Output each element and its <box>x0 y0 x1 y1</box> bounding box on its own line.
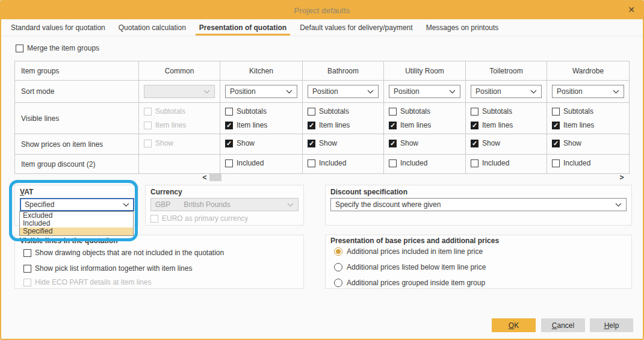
show-checkbox-bathroom[interactable]: Show <box>308 139 337 147</box>
checkbox-box <box>23 265 31 273</box>
included-checkbox-kitchen[interactable]: Included <box>225 159 264 167</box>
col-header-utility-room: Utility Room <box>384 61 466 81</box>
checkbox-box <box>225 140 233 147</box>
currency-select: GBPBritish Pounds <box>150 198 299 211</box>
checkbox-box <box>552 108 560 116</box>
show-checkbox-toiletroom[interactable]: Show <box>471 139 500 147</box>
checkbox-box <box>389 122 397 129</box>
checkbox-box <box>308 122 315 129</box>
col-header-common: Common <box>139 61 220 81</box>
vat-option-specified[interactable]: Specified <box>20 227 133 235</box>
checkbox-box <box>225 159 233 167</box>
cancel-button[interactable]: Cancel <box>541 318 585 332</box>
checkbox-box <box>308 108 315 116</box>
col-header-item-groups: Item groups <box>15 61 139 81</box>
chevron-down-icon <box>615 203 622 207</box>
tab-messages-on-printouts[interactable]: Messages on printouts <box>420 19 506 36</box>
show-checkbox-utility-room[interactable]: Show <box>389 139 418 147</box>
vat-select[interactable]: Specified <box>20 198 134 211</box>
item-lines-checkbox-wardrobe[interactable]: Item lines <box>552 121 624 129</box>
show-pick-list-checkbox[interactable]: Show pick list information together with… <box>23 264 192 273</box>
tab-presentation-of-quotation[interactable]: Presentation of quotation <box>193 19 293 36</box>
checkbox-box <box>225 108 233 116</box>
included-checkbox-wardrobe[interactable]: Included <box>552 159 590 167</box>
included-checkbox-utility-room[interactable]: Included <box>389 159 427 167</box>
checkbox-box <box>308 140 315 147</box>
currency-group: Currency GBPBritish Pounds EURO as prima… <box>145 185 304 226</box>
item-lines-checkbox-utility-room[interactable]: Item lines <box>389 121 460 129</box>
project-defaults-dialog: Project defaults ✕ Standard values for q… <box>0 0 644 340</box>
sort-mode-select-kitchen[interactable]: Position <box>225 85 297 98</box>
item-lines-checkbox-toiletroom[interactable]: Item lines <box>471 121 542 129</box>
item-lines-checkbox-bathroom[interactable]: Item lines <box>308 121 379 129</box>
merge-item-groups-checkbox[interactable]: Merge the item groups <box>16 44 99 52</box>
row-label-show-prices: Show prices on item lines <box>15 134 139 155</box>
show-checkbox-common: Show <box>144 139 173 147</box>
radio-dot <box>334 247 342 256</box>
additional-prices-listed-below-radio[interactable]: Additional prices listed below item line… <box>334 263 486 271</box>
sort-mode-select-wardrobe[interactable]: Position <box>552 85 624 98</box>
ok-button[interactable]: OK <box>492 318 536 332</box>
sort-mode-row: Sort mode Position Position Position Pos… <box>15 81 630 103</box>
vat-label: VAT <box>20 188 33 196</box>
checkbox-box <box>150 215 158 223</box>
included-checkbox-toiletroom[interactable]: Included <box>471 159 509 167</box>
show-drawing-objects-checkbox[interactable]: Show drawing objects that are not includ… <box>23 249 224 257</box>
radio-dot <box>334 279 342 287</box>
chevron-down-icon <box>530 90 537 94</box>
checkbox-box <box>144 122 152 129</box>
euro-primary-currency-checkbox: EURO as primary currency <box>150 214 248 223</box>
presentation-base-prices-label: Presentation of base prices and addition… <box>330 236 499 245</box>
chevron-down-icon <box>367 90 374 94</box>
additional-prices-included-radio[interactable]: Additional prices included in item line … <box>334 247 483 256</box>
sort-mode-select-toiletroom[interactable]: Position <box>471 85 542 98</box>
scroll-thumb[interactable] <box>209 174 221 181</box>
subtotals-checkbox-bathroom[interactable]: Subtotals <box>308 107 379 116</box>
chevron-down-icon <box>286 90 293 94</box>
chevron-down-icon <box>287 203 294 207</box>
discount-specification-select[interactable]: Specify the discount where given <box>330 198 627 211</box>
merge-item-groups-label: Merge the item groups <box>27 44 99 52</box>
checkbox-box <box>471 140 478 147</box>
checkbox-box <box>389 108 397 116</box>
checkbox-box <box>308 159 315 167</box>
checkbox-box <box>144 140 152 147</box>
item-groups-table: Item groups Common Kitchen Bathroom Util… <box>14 61 630 174</box>
scroll-left-arrow[interactable]: < <box>200 173 209 182</box>
chevron-down-icon <box>203 90 210 94</box>
dialog-title: Project defaults <box>294 6 350 15</box>
col-header-kitchen: Kitchen <box>220 61 303 81</box>
subtotals-checkbox-wardrobe[interactable]: Subtotals <box>552 107 624 116</box>
included-checkbox-bathroom[interactable]: Included <box>308 159 346 167</box>
chevron-down-icon <box>613 90 619 94</box>
sort-mode-select-utility-room[interactable]: Position <box>389 85 460 98</box>
subtotals-checkbox-utility-room[interactable]: Subtotals <box>389 107 460 116</box>
show-prices-row: Show prices on item lines Show Show Show… <box>15 134 630 155</box>
tab-standard-values[interactable]: Standard values for quotation <box>4 19 112 36</box>
sort-mode-select-bathroom[interactable]: Position <box>308 85 379 98</box>
close-icon[interactable]: ✕ <box>628 5 635 14</box>
subtotals-checkbox-toiletroom[interactable]: Subtotals <box>471 107 542 116</box>
chevron-down-icon <box>449 90 456 94</box>
checkbox-box <box>552 122 560 129</box>
tab-default-values-delivery-payment[interactable]: Default values for delivery/payment <box>293 19 419 36</box>
radio-dot <box>334 263 342 271</box>
col-header-toiletroom: Toiletroom <box>466 61 547 81</box>
additional-prices-grouped-radio[interactable]: Additional prices grouped inside item gr… <box>334 279 485 287</box>
discount-specification-label: Discount specification <box>330 188 407 196</box>
tab-quotation-calculation[interactable]: Quotation calculation <box>112 19 193 36</box>
item-lines-checkbox-kitchen[interactable]: Item lines <box>225 121 297 129</box>
scroll-right-arrow[interactable]: > <box>618 173 626 182</box>
title-bar: Project defaults ✕ <box>1 1 643 19</box>
row-label-visible-lines: Visible lines <box>15 103 139 134</box>
checkbox-box <box>552 140 560 147</box>
table-header-row: Item groups Common Kitchen Bathroom Util… <box>15 61 630 81</box>
checkbox-box <box>389 159 397 167</box>
subtotals-checkbox-kitchen[interactable]: Subtotals <box>225 107 297 116</box>
show-checkbox-kitchen[interactable]: Show <box>225 139 255 147</box>
help-button[interactable]: Help <box>590 318 633 332</box>
show-checkbox-wardrobe[interactable]: Show <box>552 139 581 147</box>
checkbox-box <box>389 140 397 147</box>
chevron-down-icon <box>123 203 129 207</box>
checkbox-box <box>552 159 560 167</box>
